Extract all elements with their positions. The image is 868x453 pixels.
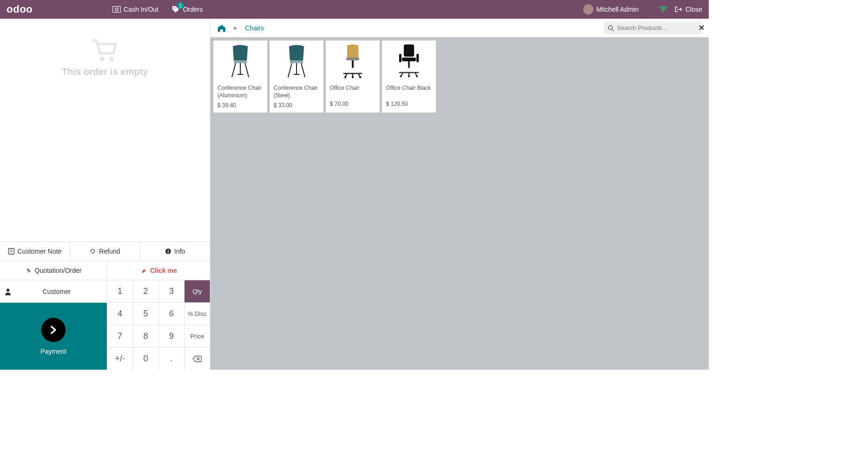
search-input[interactable] (617, 24, 696, 31)
svg-point-17 (359, 76, 361, 78)
order-area: This order is empty (0, 19, 210, 241)
product-grid: Conference Chair (Aluminium)$ 39.40Confe… (210, 37, 709, 116)
product-card[interactable]: Conference Chair (Steel)$ 33.00 (269, 40, 324, 113)
product-card[interactable]: Office Chair$ 70.00 (326, 40, 380, 113)
cash-icon (112, 6, 121, 13)
svg-rect-19 (404, 44, 414, 57)
numkey-4[interactable]: 4 (107, 303, 133, 325)
svg-point-26 (408, 75, 410, 77)
info-button[interactable]: Info (140, 242, 210, 261)
product-image (326, 41, 379, 82)
backspace-icon (193, 356, 202, 362)
product-name: Conference Chair (Aluminium) (214, 82, 267, 100)
product-price: $ 39.40 (214, 100, 267, 112)
svg-point-5 (109, 57, 114, 61)
numkey-3[interactable]: 3 (158, 280, 184, 303)
product-name: Conference Chair (Steel) (270, 82, 323, 100)
undo-icon (89, 248, 96, 255)
product-card[interactable]: Office Chair Black$ 120.50 (382, 40, 436, 113)
svg-rect-12 (234, 60, 247, 63)
product-price: $ 33.00 (270, 100, 323, 112)
user-name: Mitchell Admin (596, 6, 638, 13)
svg-point-3 (663, 11, 664, 12)
tag-icon: 1 (171, 5, 180, 14)
wifi-icon (659, 6, 668, 13)
signout-icon (675, 6, 683, 13)
product-card[interactable]: Conference Chair (Aluminium)$ 39.40 (213, 40, 267, 113)
quotation-button[interactable]: Quotation/Order (0, 261, 107, 280)
user-menu[interactable]: Mitchell Admin (583, 4, 638, 15)
mode-qty[interactable]: Qty (184, 280, 210, 303)
topbar: odoo Cash In/Out 1 Orders Mitchell Admin… (0, 0, 709, 19)
product-name: Office Chair Black (382, 82, 436, 99)
svg-point-1 (115, 8, 118, 11)
svg-point-4 (100, 57, 104, 61)
product-price: $ 120.50 (382, 99, 436, 111)
product-image (214, 41, 267, 82)
product-price: $ 70.00 (326, 99, 379, 111)
svg-point-11 (608, 25, 613, 29)
breadcrumb-category[interactable]: Chairs (245, 24, 264, 32)
person-icon (5, 288, 11, 295)
cart-icon (90, 37, 120, 64)
svg-rect-15 (352, 60, 354, 68)
svg-rect-20 (402, 58, 416, 61)
svg-rect-23 (408, 61, 410, 68)
svg-rect-13 (290, 60, 303, 63)
customer-button[interactable]: Customer (0, 280, 107, 303)
product-name: Office Chair (326, 82, 379, 99)
click-me-button[interactable]: Click me (107, 261, 210, 280)
numkey-2[interactable]: 2 (133, 280, 158, 303)
svg-rect-21 (399, 54, 401, 62)
svg-point-16 (344, 76, 346, 78)
info-icon (165, 248, 171, 255)
numkey-5[interactable]: 5 (133, 303, 158, 325)
svg-rect-6 (8, 248, 14, 254)
link-icon (25, 267, 32, 274)
numkey-sign[interactable]: +/- (107, 348, 133, 370)
logo: odoo (7, 3, 33, 15)
cash-in-out-button[interactable]: Cash In/Out (112, 6, 159, 13)
numkey-dot[interactable]: . (158, 348, 184, 370)
home-button[interactable] (217, 24, 226, 32)
refund-button[interactable]: Refund (70, 242, 141, 261)
order-panel: This order is empty Customer Note Refund… (0, 19, 210, 370)
orders-button[interactable]: 1 Orders (171, 5, 203, 14)
svg-point-9 (168, 249, 169, 250)
close-label: Close (685, 6, 702, 13)
payment-arrow-icon (41, 318, 66, 342)
svg-point-24 (400, 75, 402, 77)
svg-point-2 (174, 7, 175, 9)
action-row-1: Customer Note Refund Info (0, 241, 210, 261)
product-image (382, 41, 436, 82)
home-icon (217, 24, 226, 32)
numkey-9[interactable]: 9 (158, 325, 184, 348)
product-image (270, 41, 323, 82)
mode-price[interactable]: Price (184, 325, 210, 348)
svg-rect-14 (346, 58, 359, 60)
numkey-1[interactable]: 1 (107, 280, 133, 303)
breadcrumb-bar: ▶ Chairs ✕ (210, 19, 709, 37)
svg-point-18 (352, 76, 354, 78)
clear-search-button[interactable]: ✕ (698, 23, 705, 32)
orders-label: Orders (183, 6, 203, 13)
cash-label: Cash In/Out (124, 6, 159, 13)
close-button[interactable]: Close (675, 6, 702, 13)
empty-order-text: This order is empty (62, 66, 148, 77)
note-icon (8, 248, 15, 255)
numkey-8[interactable]: 8 (133, 325, 158, 348)
payment-button[interactable]: Payment (0, 303, 107, 370)
numkey-6[interactable]: 6 (158, 303, 184, 325)
customer-note-button[interactable]: Customer Note (0, 242, 70, 261)
svg-point-25 (416, 75, 418, 77)
svg-rect-22 (416, 54, 419, 62)
search-wrap: ✕ (604, 22, 702, 34)
eraser-icon (141, 267, 147, 274)
numkey-backspace[interactable] (184, 348, 210, 370)
numkey-7[interactable]: 7 (107, 325, 133, 348)
numkey-0[interactable]: 0 (133, 348, 158, 370)
mode-disc[interactable]: % Disc (184, 303, 210, 325)
svg-rect-8 (168, 251, 169, 253)
avatar (583, 4, 594, 15)
svg-rect-0 (112, 7, 120, 13)
